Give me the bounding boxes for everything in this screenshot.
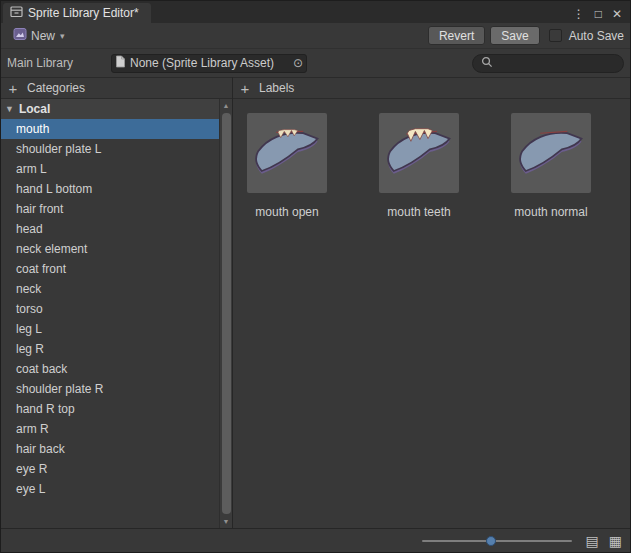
category-item[interactable]: arm R xyxy=(1,419,219,439)
save-button[interactable]: Save xyxy=(490,26,539,45)
category-item[interactable]: hair back xyxy=(1,439,219,459)
asset-doc-icon xyxy=(115,55,126,71)
category-item[interactable]: eye R xyxy=(1,459,219,479)
auto-save-checkbox[interactable] xyxy=(549,29,562,42)
label-item[interactable]: mouth open xyxy=(247,113,327,219)
sprite-library-editor-window: Sprite Library Editor* ⋮ □ ✕ New ▾ Rever… xyxy=(0,0,631,553)
label-name: mouth teeth xyxy=(387,205,450,219)
object-picker-icon[interactable]: ⊙ xyxy=(293,57,303,69)
main-library-label: Main Library xyxy=(7,56,103,70)
close-icon[interactable]: ✕ xyxy=(612,8,622,20)
category-item[interactable]: leg R xyxy=(1,339,219,359)
window-menu-icon[interactable]: ⋮ xyxy=(573,8,585,20)
sprite-library-asset-field[interactable]: None (Sprite Library Asset) ⊙ xyxy=(111,54,307,73)
slider-track[interactable] xyxy=(422,540,572,542)
category-item[interactable]: coat front xyxy=(1,259,219,279)
category-item[interactable]: shoulder plate R xyxy=(1,379,219,399)
label-item[interactable]: mouth teeth xyxy=(379,113,459,219)
labels-title: Labels xyxy=(259,81,294,95)
revert-button-label: Revert xyxy=(439,29,474,43)
slider-thumb[interactable] xyxy=(486,536,496,546)
category-item[interactable]: hair front xyxy=(1,199,219,219)
local-group-label: Local xyxy=(19,102,50,116)
category-item[interactable]: leg L xyxy=(1,319,219,339)
scroll-up-icon[interactable]: ▲ xyxy=(220,99,232,112)
tab-title: Sprite Library Editor* xyxy=(28,6,139,20)
sprite-library-asset-icon xyxy=(10,5,23,21)
sprite-thumbnail[interactable] xyxy=(379,113,459,193)
local-foldout[interactable]: ▼ Local xyxy=(1,99,219,119)
scrollbar-thumb[interactable] xyxy=(222,113,231,514)
category-item[interactable]: head xyxy=(1,219,219,239)
save-button-label: Save xyxy=(501,29,528,43)
sprite-thumbnail[interactable] xyxy=(247,113,327,193)
sprite-thumbnail-image xyxy=(251,117,323,189)
labels-grid: mouth open mouth teeth xyxy=(233,99,630,528)
category-item[interactable]: arm L xyxy=(1,159,219,179)
titlebar: Sprite Library Editor* ⋮ □ ✕ xyxy=(1,1,630,23)
categories-panel: + Categories ▼ Local mouth shoulder plat… xyxy=(1,77,233,528)
labels-panel: + Labels mouth open xyxy=(233,77,630,528)
categories-list: ▼ Local mouth shoulder plate L arm L han… xyxy=(1,99,232,528)
add-category-button[interactable]: + xyxy=(5,80,21,96)
tab-sprite-library-editor[interactable]: Sprite Library Editor* xyxy=(3,3,151,23)
categories-scrollbar[interactable]: ▲ ▼ xyxy=(219,99,232,528)
thumbnail-size-slider[interactable] xyxy=(422,534,572,548)
new-button-label: New xyxy=(31,29,55,43)
search-input[interactable] xyxy=(498,56,615,70)
grid-view-icon[interactable]: ▦ xyxy=(609,534,622,548)
category-item[interactable]: mouth xyxy=(1,119,219,139)
object-field-value: None (Sprite Library Asset) xyxy=(130,56,289,70)
maximize-icon[interactable]: □ xyxy=(595,8,602,20)
sprite-thumbnail-image xyxy=(515,117,587,189)
category-item[interactable]: shoulder plate L xyxy=(1,139,219,159)
category-item[interactable]: hand L bottom xyxy=(1,179,219,199)
sprite-thumbnail-image xyxy=(383,117,455,189)
category-item[interactable]: eye L xyxy=(1,479,219,499)
sprite-thumbnail[interactable] xyxy=(511,113,591,193)
labels-header: + Labels xyxy=(233,77,630,99)
search-icon xyxy=(481,56,493,71)
label-item[interactable]: mouth normal xyxy=(511,113,591,219)
category-item[interactable]: hand R top xyxy=(1,399,219,419)
category-item[interactable]: neck element xyxy=(1,239,219,259)
search-field[interactable] xyxy=(472,54,624,73)
revert-button[interactable]: Revert xyxy=(428,26,485,45)
categories-title: Categories xyxy=(27,81,85,95)
foldout-arrow-icon[interactable]: ▼ xyxy=(5,104,14,114)
category-item[interactable]: neck xyxy=(1,279,219,299)
toolbar: New ▾ Revert Save Auto Save xyxy=(1,23,630,49)
category-item[interactable]: torso xyxy=(1,299,219,319)
bottom-bar: ▤ ▦ xyxy=(1,528,630,552)
add-label-button[interactable]: + xyxy=(237,80,253,96)
auto-save-label: Auto Save xyxy=(569,29,624,43)
label-name: mouth normal xyxy=(514,205,587,219)
main-library-row: Main Library None (Sprite Library Asset)… xyxy=(1,49,630,77)
content-area: + Categories ▼ Local mouth shoulder plat… xyxy=(1,77,630,528)
categories-header: + Categories xyxy=(1,77,232,99)
new-button[interactable]: New ▾ xyxy=(7,25,71,46)
chevron-down-icon: ▾ xyxy=(60,31,65,41)
label-name: mouth open xyxy=(255,205,318,219)
category-item[interactable]: coat back xyxy=(1,359,219,379)
list-view-icon[interactable]: ▤ xyxy=(586,534,599,548)
scroll-down-icon[interactable]: ▼ xyxy=(220,515,232,528)
new-asset-icon xyxy=(13,27,27,44)
